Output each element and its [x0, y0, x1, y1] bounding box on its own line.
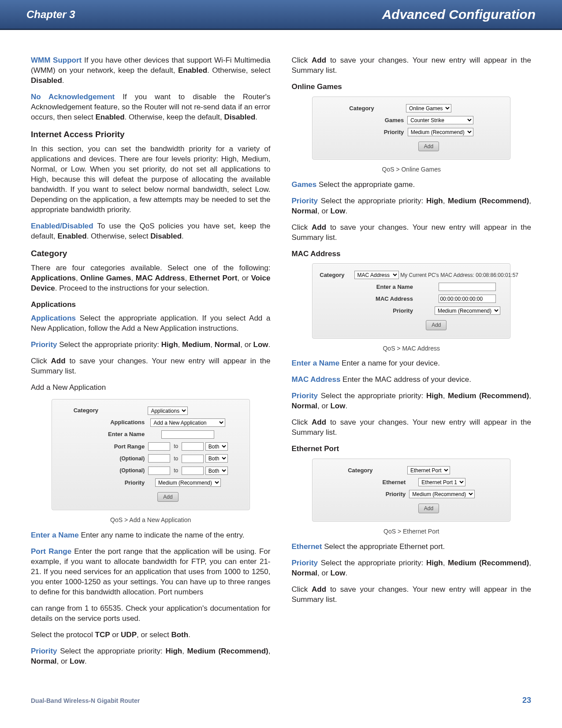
port-range-para: Port Range Enter the port range that the…: [31, 547, 271, 597]
fig3-name-label: Enter a Name: [353, 282, 415, 292]
fig1-port-from-2[interactable]: [148, 454, 170, 463]
fig1-proto-3[interactable]: Both: [205, 467, 228, 475]
mac-address-heading: MAC Address: [292, 249, 532, 259]
footer-product: Dual-Band Wireless-N Gigabit Router: [31, 697, 140, 704]
fig2-priority-label: Priority: [382, 127, 406, 137]
fig4-category-select[interactable]: Ethernet Port: [407, 466, 450, 474]
fig3-mac-input[interactable]: [439, 295, 496, 303]
enter-name-para-2: Enter a Name Enter a name for your devic…: [292, 358, 532, 369]
fig4-category-label: Category: [346, 465, 380, 475]
ethernet-port-heading: Ethernet Port: [292, 444, 532, 454]
fig2-add-button[interactable]: Add: [418, 142, 439, 151]
fig3-mac-note: My Current PC's MAC Address: 00:08:86:00…: [400, 272, 518, 278]
fig1-apps-select[interactable]: Add a New Application: [150, 418, 225, 427]
page-footer: Dual-Band Wireless-N Gigabit Router 23: [0, 696, 562, 718]
figure-mac-address: Category MAC Address My Current PC's MAC…: [292, 263, 532, 352]
fig3-name-input[interactable]: [439, 283, 496, 291]
priority-para-5: Priority Select the appropriate priority…: [292, 558, 532, 579]
fig1-apps-label: Applications: [106, 418, 146, 428]
mac-address-para: MAC Address Enter the MAC address of you…: [292, 375, 532, 385]
priority-para-1: Priority Select the appropriate priority…: [31, 340, 271, 350]
iap-heading: Internet Access Priority: [31, 129, 271, 140]
fig1-port-to-2[interactable]: [182, 455, 204, 463]
fig1-port-label: Port Range: [106, 441, 146, 452]
click-add-1: Click Add to save your changes. Your new…: [31, 356, 271, 377]
iap-body: In this section, you can set the bandwid…: [31, 144, 271, 215]
fig3-priority-label: Priority: [353, 306, 415, 316]
fig4-caption: QoS > Ethernet Port: [292, 527, 532, 536]
protocol-para: Select the protocol TCP or UDP, or selec…: [31, 630, 271, 640]
fig1-port-from-1[interactable]: [148, 442, 170, 451]
header-bar: Chapter 3 Advanced Configuration: [0, 0, 562, 30]
enabled-disabled-para: Enabled/Disabled To use the QoS policies…: [31, 221, 271, 242]
fig1-name-label: Enter a Name: [106, 429, 146, 440]
fig1-name-input[interactable]: [161, 430, 214, 439]
enter-name-para-1: Enter a Name Enter any name to indicate …: [31, 530, 271, 541]
fig1-priority-label: Priority: [106, 478, 146, 488]
fig3-category-label: Category: [318, 270, 352, 280]
ethernet-para: Ethernet Select the appropriate Ethernet…: [292, 542, 532, 552]
wmm-support-para: WMM Support If you have other devices th…: [31, 56, 271, 86]
add-new-app-line: Add a New Application: [31, 383, 271, 393]
fig1-port-to-1[interactable]: [182, 442, 204, 451]
fig2-category-select[interactable]: Online Games: [406, 104, 451, 112]
click-add-4: Click Add to save your changes. Your new…: [292, 418, 532, 438]
enabled-disabled-term: Enabled/Disabled: [31, 222, 93, 230]
category-body: There are four categories available. Sel…: [31, 263, 271, 294]
port-range-term: Port Range: [31, 547, 71, 556]
online-games-heading: Online Games: [292, 82, 532, 92]
fig2-games-select[interactable]: Counter Strike: [407, 116, 473, 124]
priority-para-2: Priority Select the appropriate priority…: [31, 646, 271, 667]
fig2-category-label: Category: [347, 103, 382, 113]
fig2-games-label: Games: [382, 115, 406, 125]
applications-heading: Applications: [31, 300, 271, 310]
priority-para-3: Priority Select the appropriate priority…: [292, 196, 532, 217]
figure-ethernet-port: Category Ethernet Port Ethernet Ethernet…: [292, 459, 532, 536]
port-range-para-2: can range from 1 to 65535. Check your ap…: [31, 604, 271, 624]
no-ack-para: No Acknowledgement If you want to disabl…: [31, 92, 271, 123]
fig1-proto-2[interactable]: Both: [205, 454, 228, 463]
fig1-port-from-3[interactable]: [148, 467, 170, 475]
footer-page-number: 23: [522, 696, 531, 705]
page-body: WMM Support If you have other devices th…: [0, 30, 562, 696]
wmm-term: WMM Support: [31, 56, 82, 64]
priority-term: Priority: [31, 340, 57, 349]
fig1-category-label: Category: [72, 406, 106, 416]
fig3-category-select[interactable]: MAC Address: [354, 271, 399, 279]
click-add-3: Click Add to save your changes. Your new…: [292, 223, 532, 243]
click-add-5: Click Add to save your changes. Your new…: [292, 585, 532, 605]
fig3-caption: QoS > MAC Address: [292, 344, 532, 353]
figure-online-games: Category Online Games Games Counter Stri…: [292, 97, 532, 174]
enter-name-term: Enter a Name: [31, 531, 79, 539]
category-heading: Category: [31, 248, 271, 259]
figure-add-new-application: Category Applications Applications Add a…: [31, 399, 271, 525]
fig4-priority-select[interactable]: Medium (Recommend): [409, 490, 475, 498]
fig2-priority-select[interactable]: Medium (Recommend): [408, 128, 473, 136]
applications-para: Applications Select the appropriate appl…: [31, 314, 271, 334]
fig4-eth-label: Ethernet: [381, 477, 408, 487]
fig4-eth-select[interactable]: Ethernet Port 1: [418, 478, 465, 486]
click-add-2: Click Add to save your changes. Your new…: [292, 56, 532, 76]
fig1-port-to-3[interactable]: [182, 467, 204, 475]
fig3-priority-select[interactable]: Medium (Recommend): [435, 306, 500, 315]
fig4-add-button[interactable]: Add: [418, 504, 439, 513]
priority-para-4: Priority Select the appropriate priority…: [292, 391, 532, 411]
fig2-caption: QoS > Online Games: [292, 165, 532, 174]
fig3-mac-label: MAC Address: [353, 294, 415, 304]
noack-term: No Acknowledgement: [31, 93, 115, 101]
fig1-add-button[interactable]: Add: [157, 492, 178, 502]
games-para: Games Select the appropriate game.: [292, 180, 532, 190]
fig1-caption: QoS > Add a New Application: [31, 516, 271, 524]
fig3-add-button[interactable]: Add: [426, 320, 447, 330]
fig4-priority-label: Priority: [381, 489, 408, 499]
fig1-proto-1[interactable]: Both: [205, 442, 228, 451]
applications-term: Applications: [31, 314, 76, 322]
fig1-priority-select[interactable]: Medium (Recommend): [155, 478, 221, 487]
games-term: Games: [292, 180, 317, 189]
page-title: Advanced Configuration: [382, 7, 536, 22]
fig1-category-select[interactable]: Applications: [148, 407, 188, 415]
chapter-label: Chapter 3: [26, 8, 75, 21]
